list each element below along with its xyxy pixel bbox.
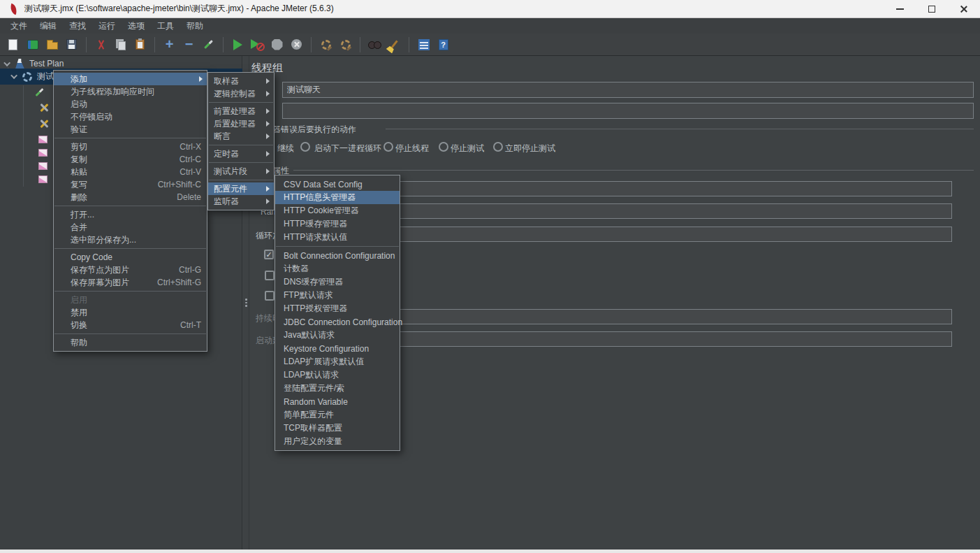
tree-item-test-plan[interactable]: Test Plan	[6, 58, 64, 69]
menu-item-save-screen-as-image[interactable]: 保存屏幕为图片Ctrl+Shift-G	[54, 276, 207, 289]
templates-button[interactable]	[24, 36, 41, 53]
loop-count-input[interactable]	[395, 227, 952, 242]
menubar-item-options[interactable]: 选项	[122, 19, 151, 34]
minimize-button[interactable]	[884, 0, 916, 17]
tree-item-child[interactable]	[38, 85, 41, 99]
config-item-tcp-sampler-config[interactable]: TCP取样器配置	[275, 422, 400, 435]
config-item-jdbc-connection-configuration[interactable]: JDBC Connection Configuration	[275, 315, 400, 329]
submenu-item-config-element[interactable]: 配置元件	[208, 182, 274, 195]
menubar-item-file[interactable]: 文件	[4, 19, 34, 34]
menubar-item-tools[interactable]: 工具	[151, 19, 180, 34]
remote-stop-all-button[interactable]	[337, 36, 354, 53]
function-helper-button[interactable]	[415, 36, 432, 53]
submenu-item-samplers[interactable]: 取样器	[208, 75, 274, 87]
zoom-out-button[interactable]	[180, 36, 198, 53]
number-of-threads-input[interactable]	[395, 181, 952, 196]
startup-delay-input[interactable]	[395, 331, 952, 347]
config-item-login-config-element[interactable]: 登陆配置元件/索	[275, 382, 400, 395]
menu-item-paste[interactable]: 粘贴Ctrl-V	[54, 166, 207, 178]
config-item-java-request-defaults[interactable]: Java默认请求	[275, 329, 400, 342]
config-item-http-cookie-manager[interactable]: HTTP Cookie管理器	[275, 204, 400, 217]
tree-item-child[interactable]	[38, 101, 50, 115]
config-item-user-defined-variables[interactable]: 用户定义的变量	[275, 435, 400, 448]
open-button[interactable]	[43, 36, 61, 53]
help-button[interactable]	[434, 36, 452, 53]
chevron-down-icon[interactable]	[10, 72, 17, 79]
config-item-ldap-extended-request-defaults[interactable]: LDAP扩展请求默认值	[275, 355, 400, 368]
submenu-item-test-fragment[interactable]: 测试片段	[208, 165, 274, 178]
maximize-button[interactable]	[916, 0, 948, 17]
config-item-counter[interactable]: 计数器	[275, 262, 400, 275]
shutdown-button[interactable]	[288, 36, 305, 53]
radio-stop-thread[interactable]	[383, 142, 393, 152]
config-item-bolt-connection-configuration[interactable]: Bolt Connection Configuration	[275, 249, 400, 262]
config-item-ftp-request-defaults[interactable]: FTP默认请求	[275, 289, 400, 302]
remote-start-all-button[interactable]	[317, 36, 335, 53]
search-button[interactable]	[366, 36, 383, 53]
menu-item-open[interactable]: 打开...	[54, 208, 207, 221]
close-button[interactable]	[948, 0, 980, 17]
same-user-on-each-iteration-checkbox[interactable]	[264, 250, 274, 259]
delay-thread-creation-checkbox[interactable]	[265, 271, 275, 280]
comments-input[interactable]	[282, 103, 974, 119]
thread-group-name-input[interactable]	[282, 82, 974, 98]
config-item-dns-cache-manager[interactable]: DNS缓存管理器	[275, 275, 400, 289]
menubar-item-run[interactable]: 运行	[92, 19, 122, 34]
submenu-item-listeners[interactable]: 监听器	[208, 195, 274, 208]
menu-item-duplicate[interactable]: 复写Ctrl+Shift-C	[54, 178, 207, 191]
copy-button[interactable]	[112, 36, 129, 53]
config-item-http-header-manager[interactable]: HTTP信息头管理器	[275, 191, 400, 204]
menu-item-add-think-times[interactable]: 为子线程添加响应时间	[54, 85, 207, 98]
menu-item-copy[interactable]: 复制Ctrl-C	[54, 153, 207, 166]
tree-item-child[interactable]	[38, 117, 50, 131]
cut-button[interactable]	[92, 36, 110, 53]
zoom-in-button[interactable]	[161, 36, 178, 53]
config-item-simple-config-element[interactable]: 简单配置元件	[275, 408, 400, 422]
tree-item-child[interactable]	[38, 173, 47, 186]
paste-button[interactable]	[131, 36, 149, 53]
start-no-pauses-button[interactable]	[249, 36, 266, 53]
menubar-item-edit[interactable]: 编辑	[34, 19, 63, 34]
config-item-random-variable[interactable]: Random Variable	[275, 395, 400, 408]
clear-all-button[interactable]	[386, 36, 403, 53]
save-button[interactable]	[63, 36, 80, 53]
menu-item-save-node-as-image[interactable]: 保存节点为图片Ctrl-G	[54, 264, 207, 276]
menu-item-copy-code[interactable]: Copy Code	[54, 251, 207, 264]
menu-item-delete[interactable]: 删除Delete	[54, 191, 207, 203]
scheduler-checkbox[interactable]	[265, 291, 275, 301]
radio-start-next-loop[interactable]	[300, 142, 310, 152]
config-item-csv-data-set-config[interactable]: CSV Data Set Config	[275, 178, 400, 191]
radio-stop-test[interactable]	[439, 142, 448, 152]
stop-button[interactable]	[268, 36, 286, 53]
config-item-http-request-defaults[interactable]: HTTP请求默认值	[275, 231, 400, 244]
menu-item-toggle[interactable]: 切换Ctrl-T	[54, 319, 207, 331]
menu-item-cut[interactable]: 剪切Ctrl-X	[54, 141, 207, 153]
config-item-http-authorization-manager[interactable]: HTTP授权管理器	[275, 302, 400, 315]
menu-item-add[interactable]: 添加	[54, 73, 207, 85]
menu-item-validate[interactable]: 验证	[54, 123, 207, 136]
chevron-down-icon[interactable]	[3, 59, 10, 66]
menubar-item-search[interactable]: 查找	[63, 19, 92, 34]
menu-item-disable[interactable]: 禁用	[54, 306, 207, 319]
edit-button[interactable]	[200, 36, 217, 53]
submenu-item-timers[interactable]: 定时器	[208, 148, 274, 160]
ramp-up-input[interactable]	[395, 203, 952, 219]
config-item-keystore-configuration[interactable]: Keystore Configuration	[275, 342, 400, 355]
duration-input[interactable]	[395, 309, 952, 324]
submenu-item-assertions[interactable]: 断言	[208, 130, 274, 143]
start-button[interactable]	[229, 36, 247, 53]
submenu-item-pre-processors[interactable]: 前置处理器	[208, 105, 274, 117]
menu-item-start-no-pauses[interactable]: 不停顿启动	[54, 110, 207, 123]
tree-item-child[interactable]	[38, 146, 47, 159]
menu-item-help[interactable]: 帮助	[54, 336, 207, 349]
new-file-button[interactable]	[4, 36, 22, 53]
menu-item-merge[interactable]: 合并	[54, 221, 207, 234]
submenu-item-post-processors[interactable]: 后置处理器	[208, 117, 274, 130]
menu-item-start[interactable]: 启动	[54, 98, 207, 110]
tree-item-child[interactable]	[38, 159, 47, 173]
splitter-grip[interactable]	[245, 299, 247, 310]
config-item-ldap-request-defaults[interactable]: LDAP默认请求	[275, 368, 400, 382]
config-item-http-cache-manager[interactable]: HTTP缓存管理器	[275, 217, 400, 231]
submenu-item-logic-controllers[interactable]: 逻辑控制器	[208, 87, 274, 100]
tree-item-child[interactable]	[38, 133, 47, 146]
